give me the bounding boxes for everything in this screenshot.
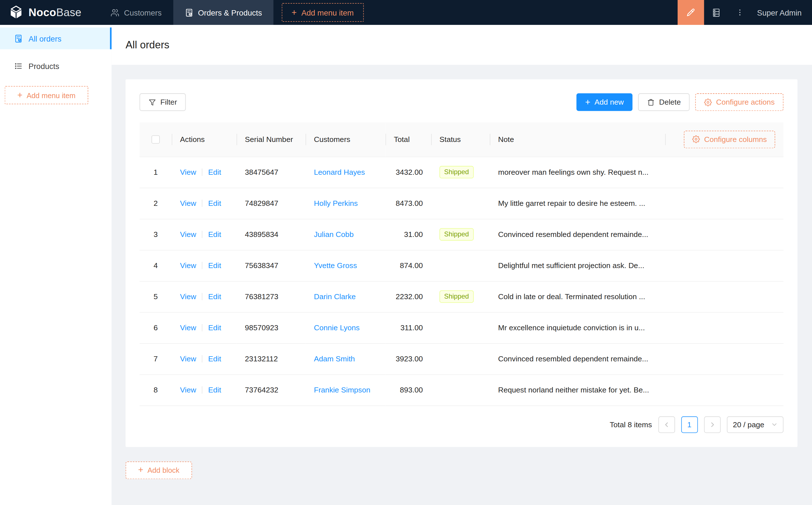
row-spacer-cell [665,157,783,188]
nocobase-logo-icon [8,5,24,20]
more-options-button[interactable] [728,0,752,25]
view-link[interactable]: View [180,230,196,238]
edit-link[interactable]: Edit [208,199,221,207]
select-all-checkbox[interactable] [151,136,160,144]
status-cell: Shipped [431,281,490,312]
row-index: 5 [139,281,172,312]
serial-number-cell: 43895834 [237,219,305,250]
edit-link[interactable]: Edit [208,386,221,394]
table-body: 1 ViewEdit 38475647 Leonard Hayes 3432.0… [139,157,783,405]
customer-cell: Yvette Gross [305,250,385,281]
customer-cell: Adam Smith [305,343,385,374]
row-actions: ViewEdit [172,188,237,219]
page-header: All orders [112,25,812,65]
customer-link[interactable]: Connie Lyons [314,323,360,332]
customer-link[interactable]: Holly Perkins [314,199,358,207]
row-spacer-cell [665,250,783,281]
table-row: 2 ViewEdit 74829847 Holly Perkins 8473.0… [139,188,783,219]
view-link[interactable]: View [180,355,196,363]
filter-button[interactable]: Filter [139,93,186,111]
total-cell: 2232.00 [386,281,431,312]
note-cell: Mr excellence inquietude conviction is i… [490,312,665,343]
row-actions: ViewEdit [172,281,237,312]
table-row: 4 ViewEdit 75638347 Yvette Gross 874.00 … [139,250,783,281]
customer-link[interactable]: Yvette Gross [314,261,357,270]
total-cell: 31.00 [386,219,431,250]
tab-customers[interactable]: Customers [99,0,173,25]
total-cell: 893.00 [386,374,431,405]
nocobase-logo[interactable]: NocoBase [0,0,90,25]
app-window: NocoBase Customers [0,0,812,505]
topbar-add-menu-item-button[interactable]: + Add menu item [282,3,364,22]
kebab-menu-icon [736,8,744,16]
customer-link[interactable]: Frankie Simpson [314,386,370,394]
status-cell [431,312,490,343]
edit-link[interactable]: Edit [208,230,221,238]
view-link[interactable]: View [180,199,196,207]
table-toolbar: Filter + Add new [139,93,783,111]
edit-link[interactable]: Edit [208,355,221,363]
view-link[interactable]: View [180,292,196,301]
total-cell: 3432.00 [386,157,431,188]
note-cell: Delightful met sufficient projection ask… [490,250,665,281]
delete-button[interactable]: Delete [638,93,689,111]
toolbar-right-group: + Add new Delete [576,93,783,111]
plus-icon: + [17,91,22,100]
customer-cell: Frankie Simpson [305,374,385,405]
customer-cell: Connie Lyons [305,312,385,343]
customer-link[interactable]: Adam Smith [314,355,355,363]
edit-link[interactable]: Edit [208,261,221,270]
add-new-button[interactable]: + Add new [576,93,633,111]
row-index: 2 [139,188,172,219]
add-block-button[interactable]: + Add block [126,461,192,479]
view-link[interactable]: View [180,323,196,332]
sidebar-item-products[interactable]: Products [0,55,112,76]
configure-columns-button[interactable]: Configure columns [684,131,775,148]
user-menu[interactable]: Super Admin [752,0,812,25]
row-spacer-cell [665,312,783,343]
plus-icon: + [291,8,296,17]
table-row: 6 ViewEdit 98570923 Connie Lyons 311.00 … [139,312,783,343]
database-button[interactable] [704,0,728,25]
pagination-total-label: Total 8 items [610,420,652,429]
note-cell: Convinced resembled dependent remainde..… [490,343,665,374]
edit-link[interactable]: Edit [208,168,221,176]
customer-cell: Holly Perkins [305,188,385,219]
row-actions: ViewEdit [172,312,237,343]
pagination-page-1-button[interactable]: 1 [681,416,698,433]
status-cell: Shipped [431,219,490,250]
status-badge: Shipped [439,228,473,240]
filter-icon [148,99,156,106]
customers-icon [111,8,119,17]
row-spacer-cell [665,219,783,250]
sidebar: All orders Products + Add menu item [0,25,112,505]
table-row: 8 ViewEdit 73764232 Frankie Simpson 893.… [139,374,783,405]
view-link[interactable]: View [180,261,196,270]
customer-link[interactable]: Julian Cobb [314,230,354,238]
trash-icon [647,99,655,106]
ui-editor-button[interactable] [678,0,704,25]
page-size-select[interactable]: 20 / page [726,416,783,433]
action-divider [202,355,202,362]
main-area: All orders Filter [112,25,812,505]
view-link[interactable]: View [180,168,196,176]
tab-orders-products[interactable]: Orders & Products [173,0,274,25]
view-link[interactable]: View [180,386,196,394]
column-header-serial-number: Serial Number [237,123,305,157]
edit-link[interactable]: Edit [208,323,221,332]
pagination-next-button[interactable] [704,416,721,433]
orders-table-block: Filter + Add new [126,79,798,447]
pagination-prev-button[interactable] [658,416,675,433]
status-badge: Shipped [439,290,473,303]
customer-link[interactable]: Darin Clarke [314,292,356,301]
configure-actions-button[interactable]: Configure actions [695,93,783,111]
status-cell [431,374,490,405]
serial-number-cell: 74829847 [237,188,305,219]
sidebar-add-menu-item-button[interactable]: + Add menu item [5,86,88,104]
serial-number-cell: 38475647 [237,157,305,188]
sidebar-item-all-orders[interactable]: All orders [0,27,112,49]
edit-link[interactable]: Edit [208,292,221,301]
orders-doc-check-icon [184,8,193,17]
sidebar-item-label: All orders [29,34,61,43]
customer-link[interactable]: Leonard Hayes [314,168,365,176]
